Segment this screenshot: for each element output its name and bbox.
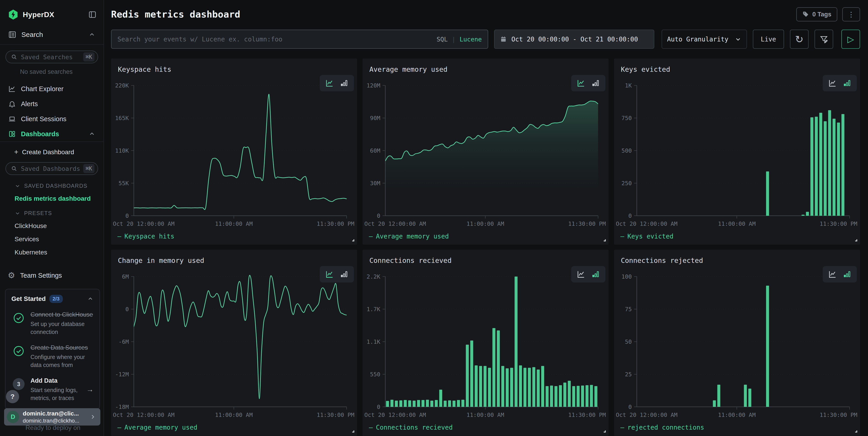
chart-type-toggle [823, 75, 857, 91]
event-search-box[interactable]: SQL | Lucene [111, 30, 488, 49]
granularity-select[interactable]: Auto Granularity [661, 30, 747, 49]
sidebar-item-label: Alerts [21, 100, 95, 108]
run-query-button[interactable]: ▷ [841, 30, 860, 49]
resize-handle[interactable] [602, 238, 606, 243]
refresh-icon: ↻ [795, 33, 804, 45]
event-search-input[interactable] [118, 35, 436, 43]
legend-item[interactable]: —rejected connections [620, 424, 704, 431]
saved-dashboards-header[interactable]: SAVED DASHBOARDS [0, 175, 103, 189]
y-tick-label: 6M [122, 273, 129, 280]
x-tick-label: 11:30:00 PM [316, 221, 354, 227]
x-tick-label: 11:30:00 PM [316, 412, 354, 418]
sql-mode-toggle[interactable]: SQL [436, 36, 448, 43]
user-menu[interactable]: D dominic.tran@clic... dominic.tran@clic… [4, 408, 100, 426]
sidebar-item-label: Chart Explorer [21, 85, 95, 93]
sidebar-nav: Chart Explorer Alerts Client Sessions Da… [0, 81, 103, 142]
sidebar-item-redis-dashboard[interactable]: Redis metrics dashboard [0, 189, 103, 202]
saved-dashboards-search[interactable]: ⌘K [5, 162, 98, 175]
chevron-up-icon[interactable] [87, 296, 94, 302]
legend-swatch: — [118, 424, 121, 431]
get-started-item-add-data[interactable]: 3 Add Data Start sending logs, metrics, … [11, 377, 94, 402]
refresh-button[interactable]: ↻ [790, 30, 809, 49]
bar-chart-icon[interactable] [340, 79, 348, 87]
legend-swatch: — [369, 233, 373, 240]
bar-chart-icon[interactable] [340, 270, 348, 279]
granularity-value: Auto Granularity [667, 35, 735, 43]
search-icon [11, 165, 17, 172]
check-circle-icon [13, 345, 25, 357]
legend-swatch: — [620, 233, 624, 240]
get-started-item-sources[interactable]: Create Data Sources Configure where your… [11, 344, 94, 369]
line-chart-icon[interactable] [577, 270, 585, 279]
sidebar-section-search[interactable]: Search [0, 20, 103, 44]
y-tick-label: -12M [115, 371, 129, 378]
presets-header[interactable]: PRESETS [0, 202, 103, 216]
resize-handle[interactable] [351, 238, 355, 243]
lucene-mode-toggle[interactable]: Lucene [460, 36, 482, 43]
sidebar-item-clickhouse[interactable]: ClickHouse [0, 216, 103, 230]
y-tick-label: -18M [115, 404, 129, 410]
create-dashboard-label: Create Dashboard [22, 148, 74, 156]
line-chart-icon[interactable] [828, 79, 837, 87]
dashboards-icon [8, 130, 16, 138]
mode-divider: | [452, 36, 455, 43]
y-tick-label: 55K [119, 180, 129, 186]
sidebar-item-client-sessions[interactable]: Client Sessions [0, 111, 103, 126]
resize-handle[interactable] [602, 429, 606, 434]
sidebar-item-services[interactable]: Services [0, 230, 103, 243]
sidebar-item-kubernetes[interactable]: Kubernetes [0, 243, 103, 256]
y-tick-label: 100 [622, 273, 632, 280]
sidebar-item-chart-explorer[interactable]: Chart Explorer [0, 81, 103, 96]
chart-panel-keyspace-hits: Keyspace hits220K165K110K55K0Oct 20 12:0… [111, 59, 357, 245]
chevron-down-icon [14, 210, 21, 216]
bar-chart-icon[interactable] [843, 270, 851, 279]
legend-item[interactable]: —Keyspace hits [118, 233, 174, 240]
saved-searches-input[interactable] [21, 54, 80, 61]
chart-type-toggle [823, 266, 857, 283]
line-chart-icon[interactable] [325, 79, 334, 87]
sidebar-item-alerts[interactable]: Alerts [0, 96, 103, 111]
get-started-item-connect[interactable]: Connect to ClickHouse Set up your databa… [11, 311, 94, 336]
sidebar-item-dashboards[interactable]: Dashboards [0, 126, 103, 142]
y-tick-label: 500 [622, 147, 632, 154]
create-dashboard-button[interactable]: + Create Dashboard [0, 142, 103, 156]
filter-bar: SQL | Lucene Oct 20 00:00:00 - Oct 21 00… [111, 30, 860, 49]
resize-handle[interactable] [351, 429, 355, 434]
play-icon: ▷ [847, 34, 854, 44]
get-started-title: Get Started [11, 295, 46, 302]
x-tick-label: Oct 20 12:00:00 AM [616, 221, 678, 227]
chevron-right-icon [89, 413, 96, 420]
line-chart-icon[interactable] [828, 270, 837, 279]
tags-button[interactable]: 0 Tags [796, 7, 837, 22]
bar-chart-icon[interactable] [591, 79, 600, 87]
chevron-up-icon[interactable] [89, 130, 95, 137]
saved-dashboards-input[interactable] [21, 165, 80, 172]
team-settings-button[interactable]: ⚙ Team Settings [0, 256, 103, 280]
x-tick-label: Oct 20 12:00:00 AM [113, 412, 175, 418]
date-range-picker[interactable]: Oct 20 00:00:00 - Oct 21 00:00:00 [494, 30, 654, 49]
get-started-item-title: Create Data Sources [31, 344, 94, 352]
legend-item[interactable]: —Connections recieved [369, 424, 453, 431]
chart-explorer-icon [8, 85, 16, 93]
calendar-icon [500, 36, 507, 42]
legend-item[interactable]: —Average memory used [118, 424, 197, 431]
y-tick-label: 110K [115, 147, 129, 154]
chart-type-toggle [320, 266, 354, 283]
bar-chart-icon[interactable] [843, 79, 851, 87]
help-button[interactable]: ? [6, 390, 19, 403]
resize-handle[interactable] [854, 238, 858, 243]
line-chart-icon[interactable] [577, 79, 585, 87]
panel-title: Keys evicted [621, 65, 670, 74]
line-chart-icon[interactable] [325, 270, 334, 279]
chevron-up-icon[interactable] [89, 31, 95, 38]
live-button[interactable]: Live [753, 30, 784, 49]
legend-item[interactable]: —Average memory used [369, 233, 449, 240]
bell-icon [8, 100, 16, 108]
legend-item[interactable]: —Keys evicted [620, 233, 674, 240]
saved-searches-search[interactable]: ⌘K [5, 51, 98, 63]
dashboard-menu-button[interactable]: ⋮ [842, 7, 860, 22]
resize-handle[interactable] [854, 429, 858, 434]
sidebar-collapse-icon[interactable] [88, 10, 97, 19]
filter-edit-button[interactable] [814, 30, 833, 49]
bar-chart-icon[interactable] [591, 270, 600, 279]
